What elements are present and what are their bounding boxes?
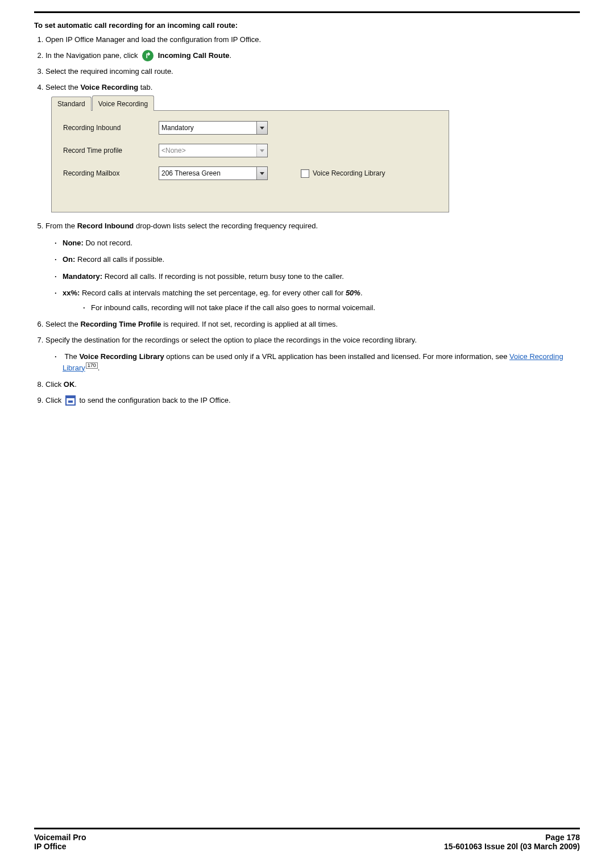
bullet-none-b: None: bbox=[63, 239, 84, 247]
bullet-vrl-pre: The bbox=[64, 352, 79, 361]
label-record-time-profile: Record Time profile bbox=[63, 145, 148, 156]
step-8: Click OK. bbox=[45, 379, 580, 390]
section-heading: To set automatic call recording for an i… bbox=[34, 21, 580, 30]
step-2-bold: Incoming Call Route bbox=[158, 51, 230, 60]
step-4-pre: Select the bbox=[45, 83, 78, 91]
dropdown-recording-inbound[interactable]: Mandatory bbox=[159, 121, 268, 135]
arrow-icon: ↱ bbox=[145, 50, 151, 61]
sub-bullet-inbound: For inbound calls, recording will not ta… bbox=[91, 302, 580, 314]
bullet-vrl: The Voice Recording Library options can … bbox=[63, 351, 580, 373]
bullet-vrl-mid: options can be used only if a VRL applic… bbox=[164, 352, 509, 361]
checkbox-icon bbox=[301, 169, 309, 178]
bullet-none-t: Do not record. bbox=[84, 239, 132, 247]
step-5-bullets: None: Do not record. On: Record all call… bbox=[63, 237, 580, 314]
chevron-down-icon bbox=[260, 127, 264, 130]
bullet-on-b: On: bbox=[63, 255, 75, 264]
step-5-pre: From the bbox=[45, 222, 75, 230]
dropdown-record-time-profile-value: <None> bbox=[159, 144, 256, 157]
pageref-170[interactable]: 170 bbox=[86, 362, 98, 369]
footer-right-2: 15-601063 Issue 20l (03 March 2009) bbox=[444, 842, 580, 851]
footer-left-2: IP Office bbox=[34, 842, 67, 851]
step-2: In the Navigation pane, click ↱ Incoming… bbox=[45, 50, 580, 62]
save-icon bbox=[65, 395, 76, 406]
step-4-post: tab. bbox=[138, 83, 152, 91]
bullet-vrl-bold: Voice Recording Library bbox=[79, 352, 164, 361]
bullet-xx-pre: Record calls at intervals matching the s… bbox=[80, 289, 346, 297]
step-3: Select the required incoming call route. bbox=[45, 66, 580, 77]
page-footer: Voicemail Pro Page 178 IP Office 15-6010… bbox=[0, 828, 614, 868]
step-8-bold: OK bbox=[64, 380, 75, 389]
chevron-down-icon bbox=[260, 149, 264, 152]
step-5-bold: Record Inbound bbox=[77, 222, 134, 230]
row-record-time-profile: Record Time profile <None> bbox=[63, 144, 437, 157]
tab-voice-recording[interactable]: Voice Recording bbox=[92, 95, 154, 111]
row-recording-mailbox: Recording Mailbox 206 Theresa Green Voic… bbox=[63, 166, 437, 180]
step-9-pre: Click bbox=[45, 396, 61, 404]
bottom-rule bbox=[34, 828, 580, 829]
label-recording-inbound: Recording Inbound bbox=[63, 123, 148, 133]
checkbox-label: Voice Recording Library bbox=[313, 168, 385, 178]
bullet-xx-bi: 50% bbox=[346, 289, 360, 297]
bullet-none: None: Do not record. bbox=[63, 237, 580, 249]
footer-row-2: IP Office 15-601063 Issue 20l (03 March … bbox=[34, 842, 580, 851]
step-6-post: is required. If not set, recording is ap… bbox=[161, 320, 338, 328]
step-7-text: Specify the destination for the recordin… bbox=[45, 336, 417, 344]
step-1-text: Open IP Office Manager and load the conf… bbox=[45, 35, 261, 44]
step-6-bold: Recording Time Profile bbox=[80, 320, 161, 328]
bullet-mand-t: Record all calls. If recording is not po… bbox=[102, 272, 344, 281]
bullet-xx-b: xx%: bbox=[63, 289, 80, 297]
bullet-mand-b: Mandatory: bbox=[63, 272, 102, 281]
footer-row-1: Voicemail Pro Page 178 bbox=[34, 833, 580, 842]
footer-right-1: Page 178 bbox=[545, 833, 580, 842]
bullet-xx: xx%: Record calls at intervals matching … bbox=[63, 287, 580, 313]
incoming-call-route-icon: ↱ bbox=[142, 50, 154, 61]
step-7-bullets: The Voice Recording Library options can … bbox=[63, 351, 580, 373]
step-5: From the Record Inbound drop-down lists … bbox=[45, 220, 580, 313]
step-3-text: Select the required incoming call route. bbox=[45, 67, 173, 76]
dropdown-recording-inbound-value: Mandatory bbox=[159, 122, 256, 134]
dropdown-recording-mailbox[interactable]: 206 Theresa Green bbox=[159, 166, 268, 180]
voice-recording-panel-screenshot: Standard Voice Recording Recording Inbou… bbox=[51, 95, 449, 212]
step-7: Specify the destination for the recordin… bbox=[45, 335, 580, 374]
dropdown-record-time-profile-button bbox=[256, 144, 267, 157]
footer-left-1: Voicemail Pro bbox=[34, 833, 86, 842]
step-5-sub-bullet: For inbound calls, recording will not ta… bbox=[91, 302, 580, 314]
step-4: Select the Voice Recording tab. Standard… bbox=[45, 82, 580, 213]
step-4-bold: Voice Recording bbox=[80, 83, 138, 91]
step-6: Select the Recording Time Profile is req… bbox=[45, 319, 580, 330]
bullet-on: On: Record all calls if possible. bbox=[63, 254, 580, 265]
step-5-post: drop-down lists select the recording fre… bbox=[134, 222, 318, 230]
dropdown-recording-mailbox-button[interactable] bbox=[256, 167, 267, 180]
step-2-pre: In the Navigation pane, click bbox=[45, 51, 138, 60]
page-content: To set automatic call recording for an i… bbox=[0, 0, 614, 828]
dropdown-recording-inbound-button[interactable] bbox=[256, 122, 267, 134]
chevron-down-icon bbox=[260, 172, 264, 175]
steps-list: Open IP Office Manager and load the conf… bbox=[34, 34, 580, 406]
step-1: Open IP Office Manager and load the conf… bbox=[45, 34, 580, 45]
step-6-pre: Select the bbox=[45, 320, 78, 328]
sub-bullet-inbound-text: For inbound calls, recording will not ta… bbox=[91, 303, 375, 312]
bullet-mandatory: Mandatory: Record all calls. If recordin… bbox=[63, 271, 580, 282]
tabs-row: Standard Voice Recording bbox=[51, 95, 449, 110]
step-9: Click to send the configuration back to … bbox=[45, 395, 580, 406]
bullet-on-t: Record all calls if possible. bbox=[75, 255, 164, 264]
dropdown-recording-mailbox-value: 206 Theresa Green bbox=[159, 167, 256, 180]
label-recording-mailbox: Recording Mailbox bbox=[63, 168, 148, 178]
panel-body: Recording Inbound Mandatory Record Time … bbox=[51, 110, 449, 212]
step-8-pre: Click bbox=[45, 380, 64, 389]
checkbox-voice-recording-library[interactable]: Voice Recording Library bbox=[301, 168, 385, 178]
dropdown-record-time-profile: <None> bbox=[159, 144, 268, 157]
row-recording-inbound: Recording Inbound Mandatory bbox=[63, 121, 437, 135]
tab-standard[interactable]: Standard bbox=[51, 97, 92, 111]
step-9-post: to send the configuration back to the IP… bbox=[79, 396, 230, 404]
top-rule bbox=[34, 11, 580, 13]
